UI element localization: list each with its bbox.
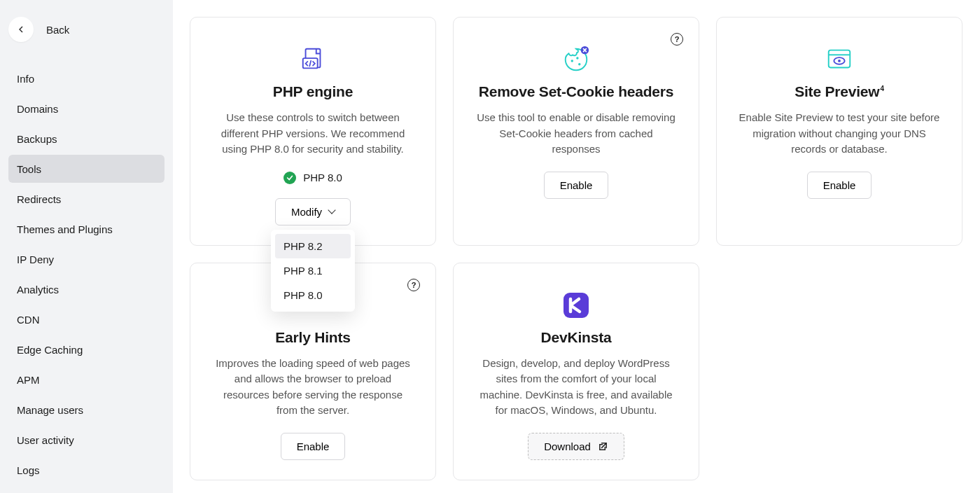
back-row: Back <box>8 17 164 42</box>
sidebar-item-domains[interactable]: Domains <box>8 95 164 123</box>
sidebar-item-info[interactable]: Info <box>8 64 164 92</box>
help-icon[interactable]: ? <box>407 279 420 291</box>
sidebar-item-backups[interactable]: Backups <box>8 125 164 153</box>
svg-point-10 <box>838 60 841 62</box>
title-superscript: 4 <box>880 85 883 92</box>
sidebar: Back InfoDomainsBackupsToolsRedirectsThe… <box>0 0 173 493</box>
check-badge-icon <box>284 172 296 184</box>
sidebar-item-analytics[interactable]: Analytics <box>8 275 164 303</box>
sidebar-item-tools[interactable]: Tools <box>8 155 164 183</box>
sidebar-item-themes-and-plugins[interactable]: Themes and Plugins <box>8 215 164 243</box>
back-button[interactable] <box>8 17 34 42</box>
php-file-icon <box>300 40 326 79</box>
card-desc: Use these controls to switch between dif… <box>211 110 414 158</box>
external-link-icon <box>598 441 608 452</box>
arrow-left-icon <box>15 24 27 35</box>
svg-point-3 <box>571 60 573 62</box>
svg-point-4 <box>576 57 578 59</box>
download-button[interactable]: Download <box>528 433 624 460</box>
card-remove-cookie: ? Remove Set-Cookie headers Use this too… <box>453 17 699 246</box>
sidebar-item-logs[interactable]: Logs <box>8 456 164 484</box>
sidebar-item-manage-users[interactable]: Manage users <box>8 396 164 424</box>
php-current-version: PHP 8.0 <box>303 172 342 183</box>
svg-rect-11 <box>564 293 589 318</box>
sidebar-item-edge-caching[interactable]: Edge Caching <box>8 335 164 363</box>
php-option-php-8-1[interactable]: PHP 8.1 <box>275 258 351 283</box>
card-title: Early Hints <box>275 329 351 346</box>
php-option-php-8-2[interactable]: PHP 8.2 <box>275 234 351 258</box>
chevron-down-icon <box>328 206 335 214</box>
cookie-block-icon <box>561 40 591 79</box>
main-content: PHP engine Use these controls to switch … <box>173 0 980 493</box>
devkinsta-app-icon <box>561 286 592 325</box>
card-desc: Use this tool to enable or disable remov… <box>475 110 678 158</box>
enable-button[interactable]: Enable <box>281 433 346 460</box>
card-title: DevKinsta <box>541 329 612 346</box>
sidebar-item-ip-deny[interactable]: IP Deny <box>8 245 164 273</box>
sidebar-item-user-activity[interactable]: User activity <box>8 426 164 454</box>
card-desc: Design, develop, and deploy WordPress si… <box>475 356 678 419</box>
modify-button[interactable]: Modify <box>275 198 351 225</box>
modify-label: Modify <box>291 206 322 218</box>
eye-preview-icon <box>825 40 854 79</box>
sidebar-item-apm[interactable]: APM <box>8 366 164 394</box>
svg-point-5 <box>578 63 580 65</box>
enable-button[interactable]: Enable <box>544 172 609 199</box>
card-desc: Enable Site Preview to test your site be… <box>738 110 941 158</box>
card-title: Remove Set-Cookie headers <box>479 83 674 100</box>
cards-grid: PHP engine Use these controls to switch … <box>190 17 963 480</box>
php-option-php-8-0[interactable]: PHP 8.0 <box>275 283 351 307</box>
php-current-status: PHP 8.0 <box>284 172 342 184</box>
svg-rect-7 <box>829 50 850 68</box>
back-label: Back <box>46 24 69 36</box>
help-icon[interactable]: ? <box>671 33 683 46</box>
nav-list: InfoDomainsBackupsToolsRedirectsThemes a… <box>8 64 164 484</box>
card-site-preview: Site Preview4 Enable Site Preview to tes… <box>716 17 962 246</box>
card-title: Site Preview4 <box>794 83 884 100</box>
card-devkinsta: DevKinsta Design, develop, and deploy Wo… <box>453 263 699 480</box>
card-php-engine: PHP engine Use these controls to switch … <box>190 17 436 246</box>
sidebar-item-cdn[interactable]: CDN <box>8 305 164 333</box>
card-title: PHP engine <box>273 83 353 100</box>
modify-options-panel: PHP 8.2PHP 8.1PHP 8.0 <box>271 230 355 312</box>
download-label: Download <box>544 440 591 452</box>
modify-dropdown: Modify PHP 8.2PHP 8.1PHP 8.0 <box>275 198 351 225</box>
card-desc: Improves the loading speed of web pages … <box>211 356 414 419</box>
sidebar-item-redirects[interactable]: Redirects <box>8 185 164 213</box>
enable-button[interactable]: Enable <box>807 172 872 199</box>
